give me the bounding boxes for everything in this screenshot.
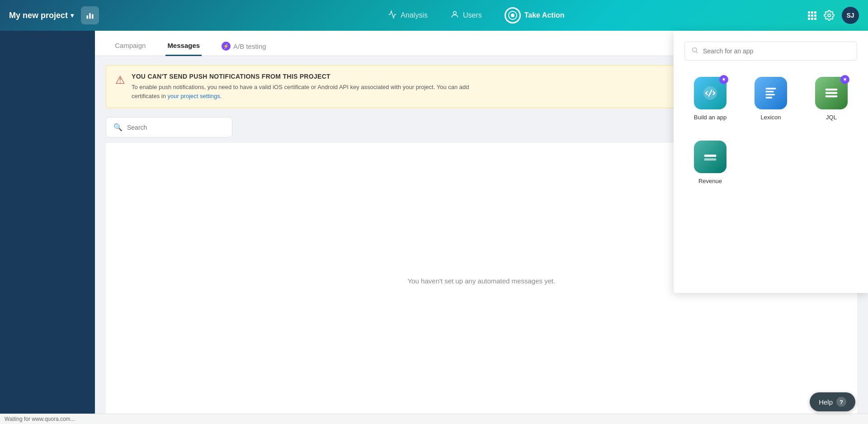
help-label: Help [819,398,833,406]
avatar-initials: SJ [846,12,854,19]
app-search-bar [684,42,857,61]
svg-rect-14 [826,95,838,97]
app-label-build-an-app: Build an app [694,114,726,121]
nav-users[interactable]: Users [450,10,482,21]
user-avatar[interactable]: SJ [842,7,859,24]
search-container: 🔍 [106,117,232,137]
warning-text-prefix: certificates in [132,93,167,99]
analysis-icon [388,10,397,21]
project-name-label: My new project [9,11,68,20]
app-item-build-an-app[interactable]: Build an app [684,71,736,126]
warning-triangle-icon: ⚠ [115,74,125,86]
svg-point-5 [693,48,697,52]
svg-point-3 [453,11,457,14]
svg-rect-15 [704,155,717,157]
tab-messages[interactable]: Messages [165,34,202,56]
sidebar [0,31,95,424]
app-item-jql[interactable]: JQL [806,71,857,126]
svg-rect-2 [92,14,93,19]
svg-line-6 [696,52,698,53]
svg-rect-9 [765,91,774,92]
main-nav: Analysis Users Take Action [145,7,808,24]
app-picker-panel: Build an app Lexicon [674,31,868,293]
nav-analysis[interactable]: Analysis [388,10,428,21]
svg-point-4 [828,14,830,17]
header: My new project ▾ Analysis Users Take Act… [0,0,868,31]
nav-analysis-label: Analysis [401,11,428,19]
svg-rect-0 [87,15,88,19]
app-grid: Build an app Lexicon [684,71,857,190]
status-bar: Waiting for www.quora.com... [0,414,868,424]
status-text: Waiting for www.quora.com... [5,416,75,422]
app-search-icon [691,47,698,56]
svg-rect-12 [826,89,838,90]
grid-visual [808,11,816,20]
warning-content: YOU CAN'T SEND PUSH NOTIFICATIONS FROM T… [132,73,469,100]
tab-ab-testing[interactable]: ⚡ A/B testing [220,34,268,56]
take-action-icon [505,7,521,24]
svg-rect-13 [826,92,838,94]
app-item-lexicon[interactable]: Lexicon [745,71,797,126]
help-question-icon: ? [836,397,846,407]
apps-grid-icon[interactable] [808,11,816,20]
jql-badge [840,75,849,84]
app-label-lexicon: Lexicon [761,114,781,121]
search-icon: 🔍 [113,123,123,132]
nav-take-action-label: Take Action [524,11,565,19]
ab-badge: ⚡ [222,42,231,51]
jql-icon-wrapper [815,77,848,109]
build-an-app-icon-wrapper [694,77,726,109]
warning-text-suffix: . [220,93,222,99]
build-an-app-badge [719,75,728,84]
warning-text-body: To enable push notifications, you need t… [132,84,469,90]
nav-users-label: Users [463,11,482,19]
warning-text: To enable push notifications, you need t… [132,83,469,100]
warning-title: YOU CAN'T SEND PUSH NOTIFICATIONS FROM T… [132,73,469,80]
chart-icon[interactable] [81,6,99,24]
project-name[interactable]: My new project ▾ [9,11,74,20]
svg-rect-1 [89,13,90,19]
empty-state-text: You haven't set up any automated message… [408,277,556,285]
settings-icon[interactable] [824,10,835,21]
project-chevron-icon: ▾ [71,12,74,19]
nav-take-action[interactable]: Take Action [505,7,565,24]
svg-rect-10 [765,94,775,95]
warning-settings-link[interactable]: your project settings [167,93,220,99]
lexicon-icon-wrapper [755,77,787,109]
svg-rect-8 [765,88,776,89]
app-item-revenue[interactable]: Revenue [684,135,736,190]
tab-campaign[interactable]: Campaign [113,34,147,56]
revenue-icon-wrapper [694,141,726,173]
app-label-revenue: Revenue [698,178,722,184]
users-icon [450,10,459,21]
header-left: My new project ▾ [9,6,145,24]
svg-rect-11 [765,97,772,98]
take-action-dot [511,14,514,17]
app-search-input[interactable] [703,47,850,55]
search-input[interactable] [127,124,225,131]
app-label-jql: JQL [826,114,837,121]
help-button[interactable]: Help ? [810,392,855,411]
header-right: SJ [808,7,859,24]
svg-rect-16 [704,158,717,160]
